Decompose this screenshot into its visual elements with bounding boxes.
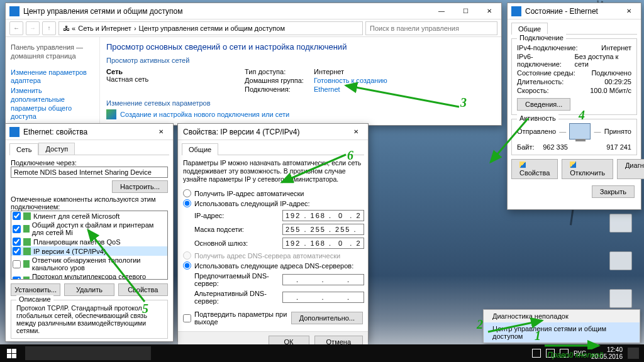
connect-via-label: Подключение через: <box>11 159 168 167</box>
annotation-5: 5 <box>142 302 148 316</box>
component-checkbox[interactable] <box>13 225 21 233</box>
ethernet-link[interactable]: Ethernet <box>314 85 387 93</box>
disable-button[interactable]: Отключить <box>562 159 613 179</box>
start-button[interactable] <box>0 344 23 362</box>
new-connection-wizard-link[interactable]: Создание и настройка нового подключения … <box>106 109 495 119</box>
annotation-4: 4 <box>579 108 585 123</box>
window-title: Свойства: IP версии 4 (TCP/IPv4) <box>178 128 344 136</box>
install-button[interactable]: Установить... <box>11 283 60 296</box>
radio-ip-manual[interactable]: Использовать следующий IP-адрес: <box>183 199 363 207</box>
component-row[interactable]: Ответчик обнаружения топологии канальног… <box>11 256 167 272</box>
minimize-button[interactable]: — <box>430 3 453 19</box>
component-row[interactable]: IP версии 4 (TCP/IPv4) <box>11 246 167 256</box>
component-icon <box>23 225 30 233</box>
homegroup-link[interactable]: Готовность к созданию <box>314 77 387 84</box>
change-adapter-link[interactable]: Изменение параметров адаптера <box>11 69 94 86</box>
advanced-button[interactable]: Дополнительно... <box>291 312 363 324</box>
search-input[interactable] <box>365 21 497 35</box>
access-type-label: Тип доступа: <box>245 68 314 75</box>
details-button[interactable]: Сведения... <box>517 98 570 111</box>
group-title: Активность <box>517 114 558 122</box>
close-button[interactable]: ✕ <box>617 3 641 19</box>
description-text: Протокол TCP/IP. Стандартный протокол гл… <box>16 304 162 334</box>
tray-up-icon[interactable] <box>532 349 541 358</box>
adapter-name-field <box>11 167 168 178</box>
component-label: Протокол мультиплексора сетевого адаптер… <box>32 273 166 280</box>
subnet-mask-field[interactable] <box>282 224 364 235</box>
close-button[interactable]: ✕ <box>344 124 368 140</box>
page-heading: Просмотр основных сведений о сети и наст… <box>106 42 495 52</box>
diagnose-button[interactable]: Диагностика <box>617 159 644 179</box>
control-panel-home[interactable]: Панель управления —домашняя страница <box>11 43 94 61</box>
component-label: Клиент для сетей Microsoft <box>33 212 119 220</box>
radio-ip-auto[interactable]: Получить IP-адрес автоматически <box>183 189 363 197</box>
uninstall-button[interactable]: Удалить <box>64 283 114 296</box>
network-tray-context-menu: Диагностика неполадок Центр управления с… <box>483 309 640 343</box>
window-title: Центр управления сетями и общим доступом <box>23 7 430 16</box>
taskbar-search[interactable] <box>25 346 151 360</box>
activity-group: Активность Отправлено — — Принято Байт: … <box>511 119 637 155</box>
ip-address-field[interactable] <box>282 210 364 221</box>
breadcrumb-nsc[interactable]: Центр управления сетями и общим доступом <box>139 25 285 32</box>
ctx-troubleshoot[interactable]: Диагностика неполадок <box>484 310 640 322</box>
close-button[interactable]: ✕ <box>477 3 501 19</box>
window-icon <box>511 6 521 16</box>
component-label: Планировщик пакетов QoS <box>33 238 121 246</box>
component-checkbox[interactable] <box>13 238 21 246</box>
close-button[interactable]: ✕ <box>149 124 173 140</box>
component-row[interactable]: Общий доступ к файлам и принтерам для се… <box>11 221 167 237</box>
group-title: Подключение <box>517 34 566 41</box>
tab-general[interactable]: Общие <box>511 23 548 35</box>
component-row[interactable]: Протокол мультиплексора сетевого адаптер… <box>11 272 167 280</box>
access-type-value: Интернет <box>314 68 387 75</box>
nav-forward-button[interactable]: → <box>26 21 40 35</box>
action-center-icon[interactable] <box>628 348 639 359</box>
close-bottom-button[interactable]: Закрыть <box>592 185 635 198</box>
component-label: IP версии 4 (TCP/IPv4) <box>33 248 106 255</box>
dns2-field[interactable] <box>282 292 364 303</box>
component-row[interactable]: Клиент для сетей Microsoft <box>11 211 167 221</box>
component-checkbox[interactable] <box>13 277 21 280</box>
windows-icon <box>7 349 16 358</box>
change-settings-label: Изменение сетевых параметров <box>106 99 495 107</box>
configure-button[interactable]: Настроить... <box>112 180 168 193</box>
dns1-field[interactable] <box>282 274 364 285</box>
component-icon <box>23 277 30 280</box>
tab-network[interactable]: Сеть <box>9 143 38 155</box>
gateway-field[interactable] <box>282 238 364 249</box>
breadcrumb[interactable]: 🖧 « Сеть и Интернет› Центр управления се… <box>58 21 363 35</box>
tab-general[interactable]: Общие <box>182 143 218 155</box>
window-title: Состояние - Ethernet <box>525 7 617 16</box>
component-row[interactable]: Планировщик пакетов QoS <box>11 237 167 246</box>
nav-up-button[interactable]: ↑ <box>42 21 56 35</box>
component-icon <box>23 212 31 220</box>
properties-button[interactable]: Свойства <box>511 159 558 179</box>
left-nav: Панель управления —домашняя страница Изм… <box>6 37 100 125</box>
radio-dns-manual[interactable]: Использовать следующие адреса DNS-сервер… <box>183 261 363 270</box>
breadcrumb-network[interactable]: Сеть и Интернет <box>78 25 131 32</box>
shield-icon <box>570 162 576 168</box>
item-properties-button[interactable]: Свойства <box>118 283 168 296</box>
component-checkbox[interactable] <box>13 212 21 220</box>
validate-on-exit-checkbox[interactable]: Подтвердить параметры при выходе <box>183 310 291 326</box>
component-icon <box>23 260 30 268</box>
maximize-button[interactable]: ☐ <box>453 3 477 19</box>
component-label: Общий доступ к файлам и принтерам для се… <box>32 221 166 236</box>
window-icon <box>9 6 19 16</box>
nav-back-button[interactable]: ← <box>9 21 23 35</box>
component-checkbox[interactable] <box>13 260 21 268</box>
components-list[interactable]: Клиент для сетей MicrosoftОбщий доступ к… <box>11 211 168 280</box>
bytes-sent: 962 335 <box>543 143 568 151</box>
bytes-received: 917 241 <box>606 143 631 151</box>
advanced-sharing-link[interactable]: Изменить дополнительныепараметры общего … <box>11 87 94 121</box>
ipv4-properties-window: Свойства: IP версии 4 (TCP/IPv4) ✕ Общие… <box>177 123 369 342</box>
annotation-6: 6 <box>347 148 353 163</box>
tab-access[interactable]: Доступ <box>38 143 75 155</box>
window-icon <box>9 127 19 137</box>
component-checkbox[interactable] <box>13 247 21 255</box>
annotation-hint: Правой кнопкой <box>547 351 603 359</box>
ctx-open-network-center[interactable]: Центр управления сетями и общим доступом <box>484 322 640 343</box>
annotation-3: 3 <box>460 96 467 110</box>
annotation-1: 1 <box>535 329 541 343</box>
network-type: Частная сеть <box>106 75 232 83</box>
